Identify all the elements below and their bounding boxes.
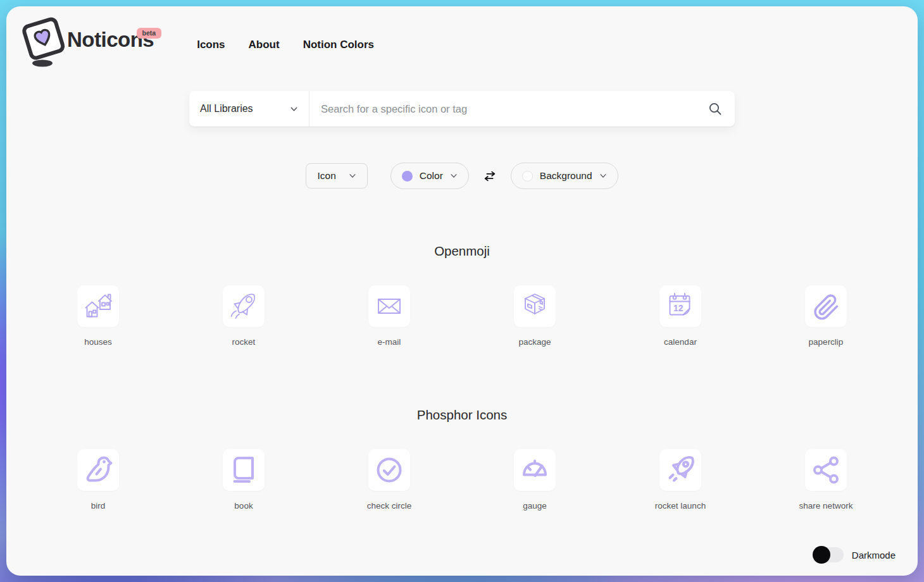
logo[interactable]: Noticons beta: [22, 16, 154, 68]
section-title-phosphor: Phosphor Icons: [6, 407, 918, 423]
rocket-icon: [228, 291, 259, 321]
icon-tile-share-network[interactable]: share network: [799, 449, 853, 511]
tile: [805, 285, 847, 327]
bird-icon: [83, 455, 113, 485]
search-button[interactable]: [704, 102, 735, 116]
gauge-icon: [520, 455, 550, 485]
search-bar: All Libraries: [189, 91, 735, 127]
icon-label: gauge: [523, 501, 547, 511]
tile: [77, 285, 119, 327]
filter-row: Icon Color Background: [6, 163, 918, 189]
search-icon: [708, 102, 722, 116]
nav-notion-colors[interactable]: Notion Colors: [303, 39, 374, 51]
chevron-down-icon: [349, 172, 356, 180]
openmoji-grid: houses rocket: [6, 285, 918, 347]
email-icon: [374, 291, 404, 321]
main-nav: Icons About Notion Colors: [197, 39, 374, 51]
tile: [223, 285, 265, 327]
icon-label: bird: [91, 501, 106, 511]
icon-tile-email[interactable]: e-mail: [368, 285, 410, 347]
icon-tile-houses[interactable]: houses: [77, 285, 119, 347]
swap-colors-button[interactable]: [483, 170, 497, 182]
icon-label: calendar: [664, 337, 697, 347]
icon-label: houses: [84, 337, 112, 347]
icon-label: e-mail: [378, 337, 401, 347]
icon-label: book: [234, 501, 253, 511]
icon-tile-bird[interactable]: bird: [77, 449, 119, 511]
library-select-value: All Libraries: [200, 103, 253, 115]
tile: [77, 449, 119, 491]
tile: [514, 285, 556, 327]
icon-tile-rocket[interactable]: rocket: [223, 285, 265, 347]
share-network-icon: [811, 455, 841, 485]
tile: [368, 449, 410, 491]
darkmode-toggle[interactable]: [815, 547, 844, 562]
check-circle-icon: [374, 455, 404, 485]
houses-icon: [83, 291, 113, 321]
background-swatch: [522, 171, 533, 182]
section-title-openmoji: Openmoji: [6, 244, 918, 259]
search-input[interactable]: [309, 91, 704, 127]
icon-tile-book[interactable]: book: [223, 449, 265, 511]
icon-label: check circle: [367, 501, 412, 511]
tile: [514, 449, 556, 491]
color-picker-label: Color: [420, 170, 443, 182]
chevron-down-icon: [599, 172, 607, 180]
darkmode-label: Darkmode: [852, 550, 896, 560]
nav-about[interactable]: About: [249, 39, 280, 51]
chevron-down-icon: [290, 105, 298, 113]
icon-label: package: [518, 337, 551, 347]
package-icon: [520, 291, 550, 321]
nav-icons[interactable]: Icons: [197, 39, 225, 51]
darkmode-toggle-knob[interactable]: [813, 546, 830, 564]
icon-label: rocket: [232, 337, 256, 347]
icon-tile-package[interactable]: package: [514, 285, 556, 347]
icon-tile-calendar[interactable]: 12 calendar: [659, 285, 701, 347]
color-swatch: [402, 171, 413, 182]
icon-tile-gauge[interactable]: gauge: [514, 449, 556, 511]
tile: [805, 449, 847, 491]
background-picker-label: Background: [540, 170, 592, 182]
icon-label: share network: [799, 501, 853, 511]
swap-arrows-icon: [483, 170, 497, 182]
main-card: Noticons beta Icons About Notion Colors …: [6, 6, 918, 576]
icon-label: rocket launch: [655, 501, 706, 511]
tile: [368, 285, 410, 327]
background-picker[interactable]: Background: [511, 163, 618, 189]
rocket-launch-icon: [665, 455, 696, 485]
beta-badge: beta: [137, 28, 162, 39]
tile: 12: [659, 285, 701, 327]
icon-tile-paperclip[interactable]: paperclip: [805, 285, 847, 347]
library-select[interactable]: All Libraries: [189, 91, 309, 127]
type-select-value: Icon: [317, 170, 335, 182]
paperclip-icon: [811, 291, 841, 321]
calendar-number: 12: [673, 303, 684, 313]
book-icon: [228, 455, 259, 485]
phosphor-grid: bird book check circle: [6, 449, 918, 511]
tile: [223, 449, 265, 491]
calendar-icon: 12: [665, 291, 696, 321]
type-select[interactable]: Icon: [306, 163, 367, 189]
footer: Darkmode: [815, 547, 896, 562]
tile: [659, 449, 701, 491]
icon-tile-check-circle[interactable]: check circle: [367, 449, 412, 511]
color-picker[interactable]: Color: [390, 163, 469, 189]
icon-label: paperclip: [809, 337, 844, 347]
chevron-down-icon: [450, 172, 458, 180]
header: Noticons beta Icons About Notion Colors: [6, 6, 918, 68]
noticons-logo-icon: [22, 16, 66, 68]
icon-tile-rocket-launch[interactable]: rocket launch: [655, 449, 706, 511]
